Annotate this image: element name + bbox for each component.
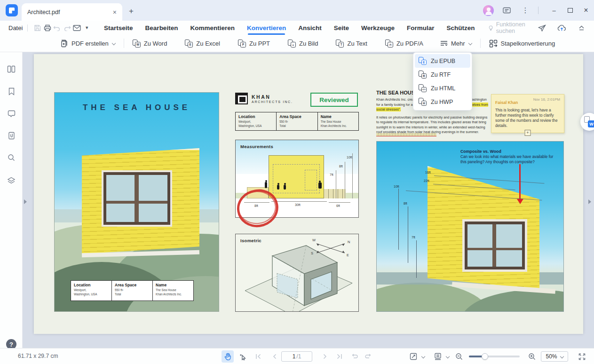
page-number-input[interactable]: 1 /1	[281, 351, 312, 362]
new-tab-button[interactable]: +	[129, 7, 134, 16]
tab-kommentieren[interactable]: Kommentieren	[190, 23, 235, 33]
page-view-dropdown-icon[interactable]	[444, 350, 451, 363]
more-dropdown-menu: E Zu EPUB R Zu RTF </> Zu HTML H Zu HWP	[413, 52, 472, 111]
menubar-separator	[27, 24, 28, 32]
red-strikeout-annotation[interactable]	[376, 133, 436, 136]
person-figure	[277, 185, 279, 190]
file-menu[interactable]: Datei	[8, 23, 23, 33]
tab-seite[interactable]: Seite	[334, 23, 349, 33]
next-view-button[interactable]	[362, 350, 374, 363]
feedback-icon[interactable]	[500, 5, 513, 16]
close-tab-icon[interactable]: ×	[113, 8, 117, 16]
expand-left-panel-icon[interactable]	[24, 199, 27, 204]
house-interior	[102, 170, 172, 227]
toolbar-dropdown-icon[interactable]: ▼	[82, 23, 92, 33]
batch-convert-button[interactable]: Stapelkonvertierung	[485, 37, 559, 50]
tab-startseite[interactable]: Startseite	[104, 23, 133, 33]
save-icon[interactable]	[32, 23, 42, 33]
zoom-in-button[interactable]	[526, 350, 538, 363]
tab-schuetzen[interactable]: Schützen	[447, 23, 475, 33]
bookmarks-icon[interactable]	[6, 86, 17, 97]
hand-tool-button[interactable]	[222, 350, 234, 363]
feature-search[interactable]: Funktionen suchen	[488, 21, 536, 34]
toolbar-separator	[124, 39, 124, 48]
statusbar: 61.71 x 29.7 cm 1 /1 50	[0, 348, 594, 364]
document-tab[interactable]: Architect.pdf ×	[22, 3, 122, 21]
composite-comment-title[interactable]: Composite vs. Wood	[460, 149, 501, 154]
email-icon[interactable]	[72, 23, 82, 33]
zoom-slider[interactable]	[469, 356, 520, 357]
menu-item-zu-rtf[interactable]: R Zu RTF	[415, 68, 470, 81]
comments-icon[interactable]	[6, 108, 17, 119]
zoom-level-value: 50%	[546, 353, 557, 360]
layers-icon[interactable]	[6, 175, 17, 186]
composite-figure: Composite vs. Wood Can we look into what…	[376, 141, 564, 312]
reviewed-stamp[interactable]: Reviewed	[310, 93, 358, 107]
word-icon: W	[133, 40, 141, 47]
create-pdf-icon	[60, 40, 68, 47]
rtf-icon: R	[419, 71, 427, 79]
minimize-button[interactable]: –	[546, 3, 562, 17]
tab-bearbeiten[interactable]: Bearbeiten	[145, 23, 178, 33]
to-ppt-button[interactable]: P Zu PPT	[234, 37, 274, 50]
to-word-button[interactable]: W Zu Word	[129, 37, 171, 50]
zoom-out-button[interactable]	[453, 350, 465, 363]
redo-icon[interactable]	[62, 23, 72, 33]
cloud-upload-icon[interactable]	[555, 23, 568, 33]
previous-view-button[interactable]	[348, 350, 360, 363]
search-icon[interactable]	[6, 152, 17, 163]
maximize-button[interactable]	[562, 3, 578, 17]
tab-werkzeuge[interactable]: Werkzeuge	[361, 23, 395, 33]
page-view-button[interactable]	[432, 350, 444, 363]
user-avatar[interactable]	[483, 5, 494, 16]
note-author: Faisal Khan	[495, 100, 518, 105]
create-pdf-button[interactable]: PDF erstellen	[56, 37, 119, 50]
sticky-note[interactable]: Faisal Khan Nov 16, 2:01PM This is looki…	[491, 94, 564, 133]
share-icon[interactable]	[536, 23, 548, 33]
zoom-slider-knob[interactable]	[482, 353, 488, 360]
document-viewport[interactable]: THE SEA HOUSE LocationWestport, Washingt…	[23, 52, 594, 348]
pdf-page[interactable]: THE SEA HOUSE LocationWestport, Washingt…	[34, 54, 583, 334]
undo-icon[interactable]	[52, 23, 62, 33]
tab-formular[interactable]: Formular	[407, 23, 435, 33]
menu-item-zu-html[interactable]: </> Zu HTML	[415, 81, 470, 95]
sea-house-title: THE SEA HOUSE	[55, 103, 219, 112]
attachments-icon[interactable]	[6, 130, 17, 141]
tab-ansicht[interactable]: Ansicht	[298, 23, 322, 33]
note-expand-icon[interactable]: +	[525, 130, 531, 136]
isometric-label: Isometric	[240, 238, 261, 243]
last-page-button[interactable]	[333, 350, 345, 363]
to-text-button[interactable]: T Zu Text	[332, 37, 371, 50]
next-page-button[interactable]	[319, 350, 331, 363]
menu-item-zu-hwp[interactable]: H Zu HWP	[415, 95, 470, 109]
to-pdfa-button[interactable]: /A Zu PDF/A	[381, 37, 427, 50]
expand-right-panel-icon[interactable]	[588, 199, 591, 204]
thumbnails-icon[interactable]	[6, 63, 17, 75]
fullscreen-button[interactable]	[576, 350, 588, 363]
convert-toolbar: PDF erstellen W Zu Word E Zu Excel P Zu …	[0, 35, 594, 52]
zoom-level-select[interactable]: 50%	[541, 351, 568, 362]
more-button[interactable]: Mehr	[436, 38, 475, 49]
app-logo-icon[interactable]	[6, 4, 18, 16]
house-interior	[462, 219, 527, 272]
pdfa-icon: /A	[385, 40, 393, 47]
fit-width-button[interactable]	[407, 350, 420, 363]
composite-comment-text[interactable]: Can we look into what materials we have …	[460, 154, 559, 165]
tab-konvertieren[interactable]: Konvertieren	[247, 23, 286, 33]
collapse-toolbar-icon[interactable]	[575, 23, 587, 33]
total-pages: /1	[296, 353, 301, 360]
elevation-house	[269, 155, 324, 198]
menu-item-zu-epub[interactable]: E Zu EPUB	[415, 54, 470, 68]
print-icon[interactable]	[42, 23, 52, 33]
to-image-button[interactable]: ▲ Zu Bild	[284, 37, 322, 50]
image-icon: ▲	[288, 40, 296, 47]
to-excel-button[interactable]: E Zu Excel	[181, 37, 224, 50]
prev-page-button[interactable]	[268, 350, 280, 363]
close-window-button[interactable]: ×	[578, 3, 594, 17]
brand-subtitle: ARCHITECTS INC.	[252, 100, 293, 103]
person-figure	[318, 182, 322, 189]
more-menu-icon[interactable]: ⋮	[519, 5, 531, 16]
fit-width-dropdown-icon[interactable]	[419, 350, 427, 363]
first-page-button[interactable]	[252, 350, 264, 363]
select-tool-button[interactable]	[237, 350, 249, 363]
